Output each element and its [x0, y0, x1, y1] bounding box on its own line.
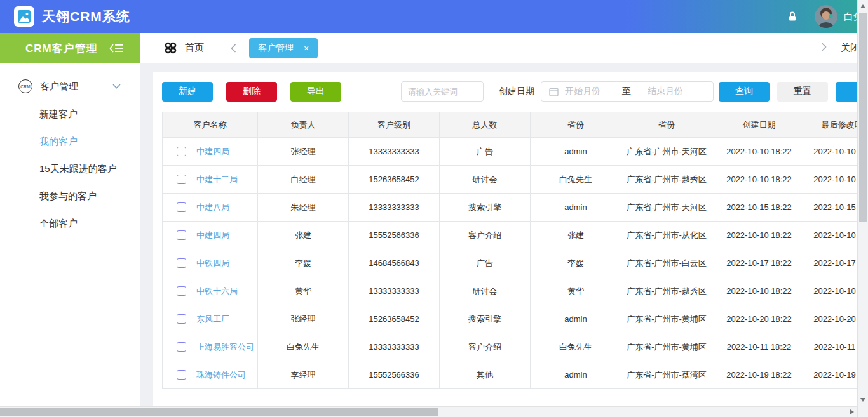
cell-province-2: 广东省-广州市-荔湾区 — [621, 361, 712, 389]
cell-province-2: 广东省-广州市-天河区 — [621, 194, 712, 222]
export-button[interactable]: 导出 — [290, 82, 341, 102]
menu-fold-icon[interactable] — [109, 43, 123, 53]
row-checkbox[interactable] — [177, 314, 186, 324]
keyword-search-input[interactable] — [401, 81, 484, 102]
row-checkbox[interactable] — [177, 147, 186, 156]
tab-label: 客户管理 — [258, 43, 294, 54]
cell-total: 广告 — [440, 249, 531, 277]
close-tabs-button[interactable]: 关闭 — [841, 42, 857, 54]
clover-grid-icon — [164, 41, 177, 55]
chevron-left-icon[interactable] — [231, 44, 236, 53]
cell-modified: 2022-10-15 18:22 — [806, 194, 858, 222]
cell-level: 13333333333 — [349, 138, 440, 166]
row-checkbox[interactable] — [177, 258, 186, 268]
sidebar-sub-item[interactable]: 我参与的客户 — [0, 182, 140, 209]
main-region: 首页 客户管理 × 关闭 新建 删除 导出 创建日期 — [140, 33, 857, 406]
cell-created: 2022-10-17 18:22 — [712, 249, 806, 277]
sidebar-group-customer-mgmt[interactable]: CRM 客户管理 — [0, 72, 140, 100]
row-checkbox[interactable] — [177, 202, 186, 212]
cell-created: 2022-10-10 18:22 — [712, 138, 806, 166]
cell-province-1: admin — [531, 138, 621, 166]
row-checkbox[interactable] — [177, 175, 186, 184]
row-checkbox[interactable] — [177, 370, 186, 380]
table-row: 东风工厂 张经理 15263658452 搜索引擎 admin 广东省-广州市-… — [163, 305, 858, 333]
cell-province-2: 广东省-广州市-天河区 — [621, 138, 712, 166]
sidebar-sub-item[interactable]: 全部客户 — [0, 209, 140, 237]
customer-table: 客户名称 负责人 客户级别 总人数 省份 省份 创建日期 — [162, 112, 857, 389]
table-row: 中建八局 朱经理 13333333333 搜索引擎 admin 广东省-广州市-… — [163, 194, 858, 222]
home-breadcrumb[interactable]: 首页 — [164, 41, 204, 55]
vertical-scrollbar-thumb[interactable] — [859, 13, 867, 222]
scroll-up-arrow[interactable] — [860, 4, 865, 8]
cell-modified: 2022-10-19 18:22 — [806, 361, 858, 389]
customer-name-link[interactable]: 中铁十六局 — [196, 286, 238, 297]
tab-close-icon[interactable]: × — [304, 44, 309, 53]
customer-name-link[interactable]: 东风工厂 — [196, 314, 229, 325]
row-checkbox[interactable] — [177, 342, 186, 352]
cell-total: 客户介绍 — [440, 222, 531, 249]
cell-modified: 2022-10-10 18:22 — [806, 166, 858, 194]
vertical-scrollbar[interactable] — [857, 0, 868, 417]
cell-province-1: admin — [531, 194, 621, 222]
cell-total: 研讨会 — [440, 277, 531, 305]
row-checkbox[interactable] — [177, 230, 186, 240]
customer-name-link[interactable]: 中建十二局 — [196, 174, 238, 185]
customer-name-link[interactable]: 珠海铸件公司 — [196, 369, 246, 381]
cell-created: 2022-10-10 18:22 — [712, 166, 806, 194]
reset-button[interactable]: 重置 — [777, 82, 828, 102]
delete-button[interactable]: 删除 — [226, 82, 277, 102]
cell-level: 13333333333 — [349, 333, 440, 361]
start-month-placeholder[interactable]: 开始月份 — [565, 86, 600, 97]
cell-owner: 张经理 — [258, 305, 349, 333]
top-navbar: 天翎CRM系统 白兔先生 — [0, 0, 868, 33]
clipped-action-button[interactable] — [836, 82, 857, 102]
cell-created: 2022-10-11 18:22 — [712, 333, 806, 361]
cell-province-2: 广东省-广州市-越秀区 — [621, 277, 712, 305]
cell-owner: 李经理 — [258, 361, 349, 389]
column-header: 负责人 — [258, 112, 349, 138]
horizontal-scrollbar[interactable] — [0, 406, 857, 417]
row-checkbox[interactable] — [177, 286, 186, 296]
column-header: 客户名称 — [163, 112, 258, 138]
lock-icon[interactable] — [787, 11, 798, 22]
cell-owner: 朱经理 — [258, 194, 349, 222]
customer-name-link[interactable]: 中建四局 — [196, 230, 229, 241]
cell-province-1: 张建 — [531, 222, 621, 249]
end-month-placeholder[interactable]: 结束月份 — [648, 86, 683, 97]
sidebar-sub-item[interactable]: 新建客户 — [0, 100, 140, 128]
cell-level: 15263658452 — [349, 305, 440, 333]
customer-name-link[interactable]: 中建四局 — [196, 146, 229, 157]
horizontal-scrollbar-thumb[interactable] — [0, 408, 438, 416]
cell-level: 13333333333 — [349, 194, 440, 222]
cell-province-2: 广东省-广州市-黄埔区 — [621, 333, 712, 361]
customer-name-link[interactable]: 中建八局 — [196, 202, 229, 213]
sidebar-sub-item[interactable]: 我的客户 — [0, 128, 140, 155]
cell-province-1: 白兔先生 — [531, 333, 621, 361]
crm-circle-icon: CRM — [18, 79, 32, 93]
cell-province-1: admin — [531, 305, 621, 333]
cell-level: 14684566843 — [349, 249, 440, 277]
tab-customer-management[interactable]: 客户管理 × — [249, 38, 318, 58]
cell-owner: 李媛 — [258, 249, 349, 277]
column-header: 最后修改时间 — [806, 112, 858, 138]
cell-level: 15552566336 — [349, 222, 440, 249]
column-header: 省份 — [531, 112, 621, 138]
cell-province-2: 广东省-广州市-越秀区 — [621, 166, 712, 194]
home-label[interactable]: 首页 — [185, 42, 204, 54]
sidebar-title: CRM客户管理 — [25, 41, 98, 56]
column-header: 省份 — [621, 112, 712, 138]
user-avatar[interactable] — [815, 5, 837, 28]
toolbar: 新建 删除 导出 创建日期 开始月份 至 结束月份 查询 — [162, 81, 848, 102]
customer-name-link[interactable]: 中铁四局 — [196, 258, 229, 269]
new-button[interactable]: 新建 — [162, 82, 213, 102]
sidebar-sub-item[interactable]: 15天未跟进的客户 — [0, 155, 140, 182]
cell-modified: 2022-10-10 18:22 — [806, 138, 858, 166]
customer-name-link[interactable]: 上海易胜客公司 — [196, 341, 254, 353]
query-button[interactable]: 查询 — [719, 82, 770, 102]
cell-total: 其他 — [440, 361, 531, 389]
scroll-down-arrow[interactable] — [860, 398, 865, 402]
date-range-picker[interactable]: 开始月份 至 结束月份 — [541, 81, 714, 102]
app-title: 天翎CRM系统 — [42, 8, 130, 25]
scroll-right-arrow[interactable] — [850, 409, 854, 414]
chevron-right-icon[interactable] — [821, 43, 827, 54]
